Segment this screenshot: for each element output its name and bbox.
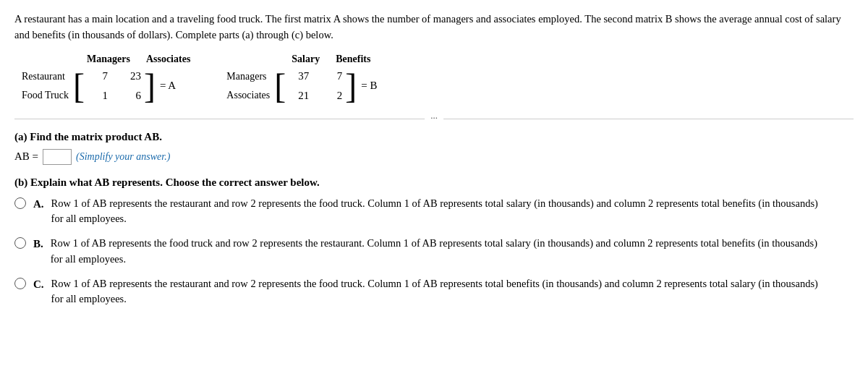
choice-c-text: Row 1 of AB represents the restaurant an… [51, 276, 833, 308]
matrix-a-r1c1: 7 [88, 67, 108, 86]
ab-input-row: AB = (Simplify your answer.) [14, 149, 854, 165]
matrix-a-wrapper: Managers Associates Restaurant Food Truc… [22, 54, 190, 106]
ab-answer-input[interactable] [43, 149, 72, 165]
matrices-section: Managers Associates Restaurant Food Truc… [22, 54, 854, 106]
choice-b-letter: B. [33, 236, 43, 252]
matrix-b-r2c2: 2 [322, 86, 342, 106]
part-a-label: (a) Find the matrix product AB. [14, 131, 854, 143]
matrix-a-left-bracket: [ [73, 69, 85, 103]
matrix-b-row-labels: Managers Associates [226, 67, 270, 103]
radio-a[interactable] [14, 197, 26, 209]
simplify-note: (Simplify your answer.) [76, 151, 170, 163]
matrix-b-r1c1: 37 [289, 67, 309, 86]
choice-b-text: Row 1 of AB represents the food truck an… [51, 236, 832, 268]
matrix-b-col2-header: Benefits [336, 54, 370, 65]
matrix-a-right-bracket: ] [144, 69, 156, 103]
matrix-a-col1-header: Managers [87, 54, 130, 65]
matrix-b-content: Managers Associates [ 37 7 21 2 ] = B [226, 67, 377, 106]
part-a-section: (a) Find the matrix product AB. AB = (Si… [14, 131, 854, 165]
matrix-b-row1-label: Managers [226, 67, 270, 85]
matrix-a-r2c1: 1 [88, 86, 108, 106]
matrix-a-equals: = A [160, 80, 176, 92]
matrix-a-r1c2: 23 [121, 67, 141, 86]
choice-c: C. Row 1 of AB represents the restaurant… [14, 276, 854, 308]
matrix-a-values: 7 23 1 6 [88, 67, 141, 106]
choice-b: B. Row 1 of AB represents the food truck… [14, 236, 854, 268]
choice-c-letter: C. [33, 276, 44, 293]
matrix-b-row2-label: Associates [226, 86, 270, 104]
matrix-b-r2c1: 21 [289, 86, 309, 106]
part-b-section: (b) Explain what AB represents. Choose t… [14, 176, 854, 308]
expand-dots: ... [425, 110, 443, 121]
matrix-a-r2c2: 6 [121, 86, 141, 106]
matrix-b-left-bracket: [ [274, 69, 286, 103]
matrix-a-row1-label: Restaurant [22, 67, 69, 85]
matrix-a-content: Restaurant Food Truck [ 7 23 1 6 ] = A [22, 67, 190, 106]
matrix-b-wrapper: Salary Benefits Managers Associates [ 37… [226, 54, 377, 106]
matrix-a-col2-header: Associates [146, 54, 190, 65]
part-b-label: (b) Explain what AB represents. Choose t… [14, 176, 854, 189]
matrix-a-row-labels: Restaurant Food Truck [22, 67, 69, 103]
choice-a-text: Row 1 of AB represents the restaurant an… [51, 196, 833, 228]
matrix-b-right-bracket: ] [345, 69, 357, 103]
ab-prefix: AB = [14, 150, 38, 163]
matrix-a-row2-label: Food Truck [22, 86, 69, 104]
matrix-b-col1-header: Salary [292, 54, 320, 65]
radio-b[interactable] [14, 237, 26, 249]
matrix-b-r1c2: 7 [322, 67, 342, 86]
matrix-b-values: 37 7 21 2 [289, 67, 342, 106]
choice-a-letter: A. [33, 196, 44, 213]
matrix-b-equals: = B [361, 80, 377, 92]
radio-c[interactable] [14, 278, 26, 289]
choice-a: A. Row 1 of AB represents the restaurant… [14, 196, 854, 228]
problem-description: A restaurant has a main location and a t… [14, 12, 854, 43]
